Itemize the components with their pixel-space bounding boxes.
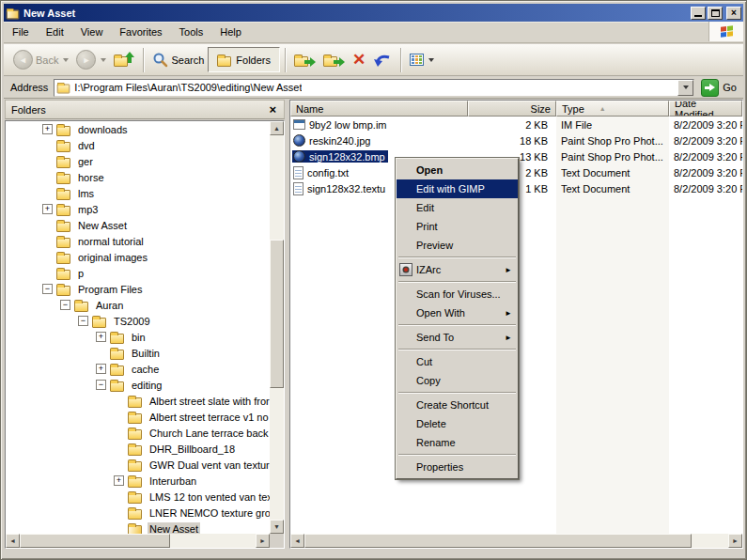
expand-toggle-icon[interactable]: + bbox=[114, 475, 124, 486]
tree-item[interactable]: −TS2009 bbox=[6, 313, 270, 329]
folders-button[interactable]: Folders bbox=[208, 47, 280, 72]
search-button[interactable]: Search bbox=[148, 50, 208, 70]
scroll-down-button[interactable]: ▼ bbox=[270, 520, 284, 534]
context-menu-item-properties[interactable]: Properties bbox=[397, 458, 518, 476]
tree-item[interactable]: Builtin bbox=[6, 345, 270, 361]
tree-item-label[interactable]: Church Lane terrace back g bbox=[148, 427, 270, 440]
expand-toggle-icon[interactable]: − bbox=[96, 380, 106, 390]
scroll-thumb[interactable] bbox=[304, 534, 692, 548]
tree-item-label[interactable]: p bbox=[76, 267, 86, 280]
tree-item[interactable]: dvd bbox=[6, 137, 270, 153]
tree-item[interactable]: +cache bbox=[6, 361, 270, 377]
go-button[interactable]: Go bbox=[694, 79, 740, 97]
close-button[interactable]: × bbox=[726, 7, 741, 20]
back-dropdown-icon[interactable] bbox=[63, 58, 69, 62]
tree-item-label[interactable]: TS2009 bbox=[112, 315, 152, 328]
scroll-left-button[interactable]: ◄ bbox=[6, 534, 20, 548]
tree-item-label[interactable]: DHR_Billboard_18 bbox=[148, 443, 237, 456]
tree-item[interactable]: −Program Files bbox=[6, 281, 270, 297]
views-dropdown-icon[interactable] bbox=[428, 58, 434, 62]
tree-item-label[interactable]: lms bbox=[76, 187, 96, 200]
tree-item-label[interactable]: New Asset bbox=[76, 219, 129, 232]
context-menu-item-copy[interactable]: Copy bbox=[397, 371, 518, 390]
tree-item[interactable]: New Asset bbox=[6, 521, 270, 534]
tree-item-label[interactable]: Albert street slate with fror bbox=[148, 395, 270, 408]
column-header-name[interactable]: Name bbox=[290, 101, 468, 117]
tree-item-label[interactable]: LMS 12 ton vented van texl bbox=[148, 490, 270, 504]
tree-vertical-scrollbar[interactable]: ▲ ▼ bbox=[270, 121, 284, 534]
minimize-button[interactable] bbox=[691, 7, 706, 20]
menubar-item-help[interactable]: Help bbox=[211, 24, 250, 39]
forward-button[interactable]: ► bbox=[72, 48, 110, 71]
move-to-button[interactable] bbox=[290, 52, 319, 69]
tree-item-label[interactable]: Interurban bbox=[148, 474, 198, 488]
title-bar[interactable]: New Asset × bbox=[4, 4, 743, 22]
tree-item-label[interactable]: Program Files bbox=[76, 283, 144, 296]
scroll-left-button[interactable]: ◄ bbox=[290, 534, 304, 548]
tree-item[interactable]: ger bbox=[6, 153, 270, 169]
tree-item[interactable]: +bin bbox=[6, 329, 270, 345]
scroll-thumb[interactable] bbox=[20, 534, 170, 548]
file-name[interactable]: sign128x32.bmp bbox=[292, 150, 388, 163]
tree-item[interactable]: +mp3 bbox=[6, 201, 270, 217]
tree-item-label[interactable]: LNER NEMCO texture group bbox=[148, 506, 270, 520]
maximize-button[interactable] bbox=[708, 7, 723, 20]
context-menu-item-cut[interactable]: Cut bbox=[397, 352, 518, 371]
tree-item[interactable]: −Auran bbox=[6, 297, 270, 313]
tree-item-label[interactable]: normal tutorial bbox=[76, 235, 146, 248]
tree-horizontal-scrollbar[interactable]: ◄ ► bbox=[6, 534, 270, 548]
tree-item[interactable]: DHR_Billboard_18 bbox=[6, 441, 270, 457]
up-button[interactable] bbox=[110, 52, 138, 69]
back-button[interactable]: ◄ Back bbox=[9, 48, 72, 71]
copy-to-button[interactable] bbox=[319, 52, 349, 69]
tree-item[interactable]: +downloads bbox=[6, 121, 270, 137]
forward-dropdown-icon[interactable] bbox=[101, 58, 106, 62]
delete-button[interactable]: ✕ bbox=[349, 50, 369, 70]
tree-item-label[interactable]: mp3 bbox=[76, 203, 100, 216]
undo-button[interactable] bbox=[369, 50, 396, 70]
tree-item[interactable]: −editing bbox=[6, 377, 270, 393]
context-menu-item-izarc[interactable]: IZArc► bbox=[397, 260, 518, 279]
file-name[interactable]: reskin240.jpg bbox=[292, 134, 373, 147]
tree-item[interactable]: +Interurban bbox=[6, 473, 270, 489]
tree-item[interactable]: normal tutorial bbox=[6, 233, 270, 249]
file-list-horizontal-scrollbar[interactable]: ◄ ► bbox=[290, 534, 742, 548]
scroll-thumb[interactable] bbox=[270, 240, 284, 388]
expand-toggle-icon[interactable]: + bbox=[42, 124, 53, 134]
folders-pane-close-button[interactable]: × bbox=[267, 103, 278, 116]
scroll-up-button[interactable]: ▲ bbox=[270, 121, 284, 135]
tree-item-label[interactable]: Auran bbox=[94, 299, 125, 312]
tree-item[interactable]: p bbox=[6, 265, 270, 281]
context-menu-item-scan-for-viruses[interactable]: Scan for Viruses... bbox=[397, 285, 518, 303]
context-menu-item-edit-with-gimp[interactable]: Edit with GIMP bbox=[397, 179, 518, 198]
address-input[interactable]: I:\Program Files\Auran\TS2009\editing\Ne… bbox=[54, 79, 694, 97]
tree-item[interactable]: lms bbox=[6, 185, 270, 201]
menubar-item-tools[interactable]: Tools bbox=[171, 24, 212, 39]
tree-item-label[interactable]: New Asset bbox=[148, 522, 200, 535]
tree-item-label[interactable]: Albert street terrace v1 no bbox=[148, 411, 270, 424]
tree-item[interactable]: Albert street terrace v1 no bbox=[6, 409, 270, 425]
expand-toggle-icon[interactable]: − bbox=[60, 300, 70, 310]
context-menu-item-preview[interactable]: Preview bbox=[397, 236, 518, 255]
menubar-item-edit[interactable]: Edit bbox=[38, 24, 72, 39]
context-menu-item-open-with[interactable]: Open With► bbox=[397, 303, 518, 322]
tree-item-label[interactable]: ger bbox=[76, 155, 95, 168]
column-header-size[interactable]: Size bbox=[468, 101, 556, 117]
context-menu-item-rename[interactable]: Rename bbox=[397, 433, 518, 452]
context-menu-item-send-to[interactable]: Send To► bbox=[397, 328, 518, 347]
scroll-right-button[interactable]: ► bbox=[256, 534, 270, 548]
file-row[interactable]: 9by2 low bmp.im2 KBIM File8/2/2009 3:20 … bbox=[290, 117, 742, 132]
tree-item-label[interactable]: original images bbox=[76, 251, 149, 264]
menubar-item-favorites[interactable]: Favorites bbox=[111, 24, 170, 39]
context-menu-item-open[interactable]: Open bbox=[397, 161, 518, 179]
file-name[interactable]: 9by2 low bmp.im bbox=[292, 119, 390, 131]
address-dropdown-button[interactable] bbox=[677, 80, 693, 96]
tree-item-label[interactable]: editing bbox=[130, 379, 163, 392]
file-row[interactable]: reskin240.jpg18 KBPaint Shop Pro Phot...… bbox=[290, 132, 742, 148]
column-header-date-modified[interactable]: Date Modified bbox=[669, 101, 742, 117]
tree-item-label[interactable]: cache bbox=[130, 363, 161, 376]
tree-item[interactable]: horse bbox=[6, 169, 270, 185]
tree-item[interactable]: LMS 12 ton vented van texl bbox=[6, 489, 270, 505]
context-menu-item-create-shortcut[interactable]: Create Shortcut bbox=[397, 396, 518, 414]
expand-toggle-icon[interactable]: + bbox=[42, 204, 53, 214]
